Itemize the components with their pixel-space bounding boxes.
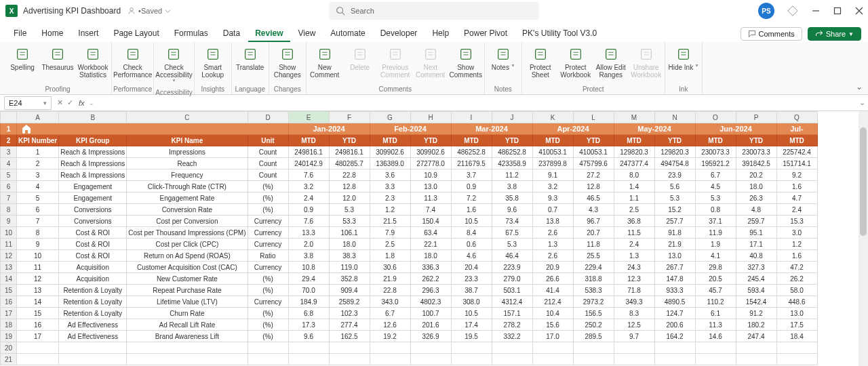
cell[interactable]: Reach	[127, 158, 248, 169]
cell[interactable]: 247.4	[736, 331, 776, 342]
saved-indicator[interactable]: • Saved	[125, 7, 174, 15]
cell[interactable]: 15.2	[654, 204, 695, 216]
cell[interactable]: 10	[17, 250, 59, 262]
cell[interactable]	[288, 342, 329, 354]
row-header-3[interactable]: 3	[1, 146, 17, 158]
row-header-20[interactable]: 20	[1, 342, 17, 354]
cell[interactable]	[492, 354, 532, 365]
cell[interactable]: 13	[17, 285, 59, 296]
cell[interactable]: 124.7	[654, 308, 695, 319]
cell[interactable]: 3.0	[776, 227, 817, 239]
cell[interactable]: 225742.4	[776, 146, 817, 158]
cell[interactable]: 289.5	[573, 331, 614, 342]
cell[interactable]: 211679.5	[451, 158, 492, 169]
cell[interactable]: 11.3	[695, 319, 736, 331]
cell[interactable]: 13.3	[288, 227, 329, 239]
cell[interactable]: Count	[248, 146, 288, 158]
cell[interactable]: (%)	[248, 273, 288, 285]
cell[interactable]: 2.6	[532, 227, 573, 239]
tab-page-layout[interactable]: Page Layout	[106, 24, 165, 42]
cell[interactable]: 23.3	[451, 273, 492, 285]
ribbon-show-comments[interactable]: Show Comments	[449, 45, 483, 80]
cell[interactable]: 7.4	[410, 204, 451, 216]
cell[interactable]: Ad Recall Lift Rate	[127, 319, 248, 331]
cancel-formula-icon[interactable]: ✕	[57, 98, 63, 107]
row-header-11[interactable]: 11	[1, 239, 17, 250]
row-header-15[interactable]: 15	[1, 285, 17, 296]
cell[interactable]: 4.7	[776, 192, 817, 204]
cell[interactable]	[736, 354, 776, 365]
select-all-corner[interactable]	[1, 112, 17, 123]
cell[interactable]: 96.7	[573, 216, 614, 227]
cell[interactable]	[451, 342, 492, 354]
cell[interactable]: 0.9	[288, 204, 329, 216]
cell[interactable]: 249816.1	[329, 146, 370, 158]
comments-button[interactable]: Comments	[741, 27, 802, 41]
cell[interactable]: (%)	[248, 181, 288, 192]
ribbon-spelling[interactable]: Spelling	[5, 45, 39, 80]
cell[interactable]: 332.2	[492, 331, 532, 342]
col-header-E[interactable]: E	[288, 112, 329, 123]
cell[interactable]: Conversions	[59, 216, 127, 227]
cell[interactable]: 17.5	[776, 319, 817, 331]
cell[interactable]: Currency	[248, 216, 288, 227]
cell[interactable]: 486252.8	[492, 146, 532, 158]
cell[interactable]: 1.3	[614, 250, 654, 262]
cell[interactable]: 106.1	[329, 227, 370, 239]
tab-pk-s-utility-tool-v3-0[interactable]: PK's Utility Tool V3.0	[515, 24, 604, 42]
cell[interactable]: 2.4	[614, 239, 654, 250]
cell[interactable]	[370, 354, 410, 365]
cell[interactable]: Cost & ROI	[59, 227, 127, 239]
cell[interactable]: 26.6	[532, 273, 573, 285]
cell[interactable]: 29.4	[288, 273, 329, 285]
cell[interactable]: 3.2	[532, 181, 573, 192]
cell[interactable]: 4312.4	[492, 296, 532, 308]
cell[interactable]: 53.3	[329, 216, 370, 227]
cell[interactable]: Cost & ROI	[59, 250, 127, 262]
cell[interactable]: 47.2	[776, 262, 817, 273]
maximize-button[interactable]	[833, 6, 842, 16]
cell[interactable]: 7.9	[370, 227, 410, 239]
cell[interactable]: 480285.7	[329, 158, 370, 169]
cell[interactable]: 136389.0	[370, 158, 410, 169]
row-header-18[interactable]: 18	[1, 319, 17, 331]
cell[interactable]: Conversions	[59, 204, 127, 216]
cell[interactable]	[654, 342, 695, 354]
ribbon-thesaurus[interactable]: Thesaurus	[41, 45, 75, 80]
cell[interactable]: 11.5	[614, 227, 654, 239]
cell[interactable]: 391842.5	[736, 158, 776, 169]
cell[interactable]	[492, 342, 532, 354]
expand-formula-bar[interactable]: ⌄	[856, 98, 868, 107]
tab-automate[interactable]: Automate	[323, 24, 372, 42]
cell[interactable]: 71.8	[614, 285, 654, 296]
cell[interactable]: 3	[17, 169, 59, 181]
cell[interactable]: 21.9	[654, 239, 695, 250]
cell[interactable]: 279.0	[492, 273, 532, 285]
cell[interactable]	[370, 342, 410, 354]
cell[interactable]: 352.8	[329, 273, 370, 285]
cell[interactable]: 309902.6	[370, 146, 410, 158]
cell[interactable]: 6.7	[370, 308, 410, 319]
cell[interactable]: 12.8	[329, 181, 370, 192]
cell[interactable]: (%)	[248, 331, 288, 342]
cell[interactable]	[329, 342, 370, 354]
row-header-12[interactable]: 12	[1, 250, 17, 262]
worksheet-grid[interactable]: ABCDEFGHIJKLMNOPQ1Jan-2024Feb-2024Mar-20…	[0, 111, 868, 366]
cell[interactable]: 20.9	[532, 262, 573, 273]
col-header-Q[interactable]: Q	[776, 112, 817, 123]
cell[interactable]: 13.8	[532, 216, 573, 227]
cell[interactable]	[59, 354, 127, 365]
cell[interactable]	[288, 354, 329, 365]
cell[interactable]: 7.6	[288, 216, 329, 227]
cell[interactable]: 250.2	[573, 319, 614, 331]
cell[interactable]: 10.8	[288, 262, 329, 273]
vertical-scrollbar[interactable]	[859, 111, 868, 366]
cell[interactable]: 17	[17, 331, 59, 342]
cell[interactable]: 10.9	[410, 169, 451, 181]
ribbon-show-changes[interactable]: Show Changes	[271, 45, 304, 80]
cell[interactable]: Currency	[248, 239, 288, 250]
cell[interactable]: 63.4	[410, 227, 451, 239]
cell[interactable]: 73.4	[492, 216, 532, 227]
cell[interactable]: 100.7	[410, 308, 451, 319]
cell[interactable]: (%)	[248, 319, 288, 331]
